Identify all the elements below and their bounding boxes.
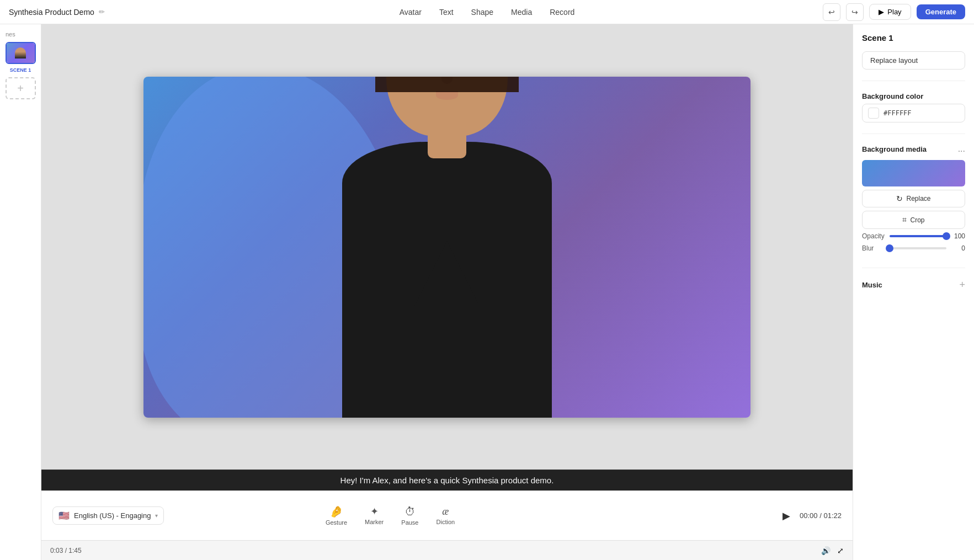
video-canvas[interactable]: [143, 77, 751, 418]
color-value: #FFFFFF: [883, 109, 912, 117]
divider-2: [862, 134, 965, 134]
diction-icon: æ: [442, 506, 449, 516]
pause-icon: ⏱: [404, 506, 416, 517]
replace-media-icon: ↻: [896, 194, 903, 203]
redo-button[interactable]: ↪: [846, 3, 864, 21]
nav-item-shape[interactable]: Shape: [471, 6, 493, 19]
playback-play-button[interactable]: ▶: [778, 507, 795, 525]
add-scene-button[interactable]: +: [6, 77, 36, 99]
music-add-button[interactable]: +: [959, 279, 965, 291]
background-color-section: Background color #FFFFFF: [862, 92, 965, 122]
undo-button[interactable]: ↩: [823, 3, 840, 21]
scene-1-label: SCENE 1: [10, 67, 31, 73]
play-icon: ▶: [879, 8, 884, 16]
blur-label: Blur: [862, 244, 884, 252]
language-selector[interactable]: 🇺🇸 English (US) - Engaging ▾: [52, 506, 164, 525]
opacity-fill: [890, 235, 946, 237]
bottom-controls: 🤌 Gesture ✦ Marker ⏱ Pause æ Diction: [326, 506, 455, 526]
edit-icon[interactable]: ✏: [99, 8, 105, 16]
nav-item-text[interactable]: Text: [439, 6, 454, 19]
scene-title: Scene 1: [862, 33, 965, 42]
add-scene-icon: +: [17, 82, 24, 95]
opacity-value: 100: [952, 232, 965, 240]
language-label: English (US) - Engaging: [74, 511, 151, 520]
divider-1: [862, 81, 965, 81]
time-current: 00:00: [800, 511, 818, 520]
play-label: Play: [887, 8, 901, 16]
topbar: Synthesia Product Demo ✏ Avatar Text Sha…: [0, 0, 974, 24]
topbar-actions: ↩ ↪ ▶ Play Generate: [823, 3, 965, 21]
gesture-icon: 🤌: [329, 506, 343, 517]
crop-media-button[interactable]: ⌗ Crop: [862, 211, 965, 229]
generate-button[interactable]: Generate: [917, 4, 965, 19]
opacity-slider[interactable]: [890, 235, 946, 237]
marker-icon: ✦: [370, 506, 379, 516]
status-right: 🔊 ⤢: [821, 546, 844, 555]
music-section: Music +: [862, 279, 965, 291]
nav-item-record[interactable]: Record: [550, 6, 574, 19]
canvas-area: [41, 24, 853, 470]
avatar-vneck: [414, 241, 480, 307]
background-media-section: Background media ··· ↻ Replace ⌗ Crop Op…: [862, 145, 965, 257]
volume-icon[interactable]: 🔊: [821, 546, 831, 555]
expand-icon[interactable]: ⤢: [837, 546, 844, 555]
music-label: Music: [862, 281, 882, 289]
opacity-thumb[interactable]: [943, 232, 950, 240]
main-layout: nes SCENE 1 +: [0, 24, 974, 560]
scene-1-thumb[interactable]: [6, 42, 36, 64]
marker-button[interactable]: ✦ Marker: [365, 506, 384, 525]
marker-label: Marker: [365, 519, 384, 525]
nav-item-avatar[interactable]: Avatar: [400, 6, 422, 19]
divider-3: [862, 268, 965, 268]
scenes-label: nes: [6, 31, 15, 38]
more-options-icon[interactable]: ···: [958, 146, 965, 156]
control-bar: 🇺🇸 English (US) - Engaging ▾ 🤌 Gesture ✦…: [41, 490, 853, 540]
time-total: 01:22: [823, 511, 842, 520]
pause-button[interactable]: ⏱ Pause: [401, 506, 418, 526]
scenes-panel: nes SCENE 1 +: [0, 24, 41, 560]
app-title-area: Synthesia Product Demo ✏: [9, 8, 105, 17]
replace-media-label: Replace: [906, 195, 930, 202]
diction-label: Diction: [437, 519, 455, 525]
background-color-row[interactable]: #FFFFFF: [862, 104, 965, 122]
opacity-label: Opacity: [862, 232, 884, 240]
replace-layout-button[interactable]: Replace layout: [862, 51, 965, 70]
opacity-row: Opacity 100: [862, 232, 965, 240]
scene-thumb-avatar-shape: [15, 47, 26, 58]
right-panel: Scene 1 Replace layout Background color …: [853, 24, 974, 560]
topbar-nav: Avatar Text Shape Media Record: [400, 6, 575, 19]
play-button[interactable]: ▶ Play: [869, 4, 911, 20]
background-media-thumbnail: [862, 160, 965, 186]
color-swatch: [868, 108, 879, 119]
blur-row: Blur 0: [862, 244, 965, 252]
scene-thumb-preview: [7, 43, 35, 63]
playback-controls: ▶ 00:00 / 01:22: [778, 507, 842, 525]
nav-item-media[interactable]: Media: [511, 6, 532, 19]
pause-label: Pause: [401, 519, 418, 526]
language-chevron-icon: ▾: [155, 513, 158, 519]
video-background: [143, 77, 751, 418]
language-flag: 🇺🇸: [58, 510, 70, 521]
subtitle-text: Hey! I'm Alex, and here's a quick Synthe…: [340, 476, 554, 485]
crop-icon: ⌗: [902, 215, 907, 225]
status-bar: 0:03 / 1:45 🔊 ⤢: [41, 540, 853, 560]
blur-value: 0: [952, 244, 965, 252]
avatar-hair-back: [375, 77, 519, 92]
center-area: Hey! I'm Alex, and here's a quick Synthe…: [41, 24, 853, 560]
replace-media-button[interactable]: ↻ Replace: [862, 190, 965, 207]
status-time: 0:03 / 1:45: [50, 547, 82, 554]
avatar-container: [309, 77, 585, 418]
blur-slider[interactable]: [890, 247, 946, 249]
diction-button[interactable]: æ Diction: [437, 506, 455, 525]
avatar-mouth: [436, 91, 458, 100]
gesture-label: Gesture: [326, 519, 347, 526]
background-color-label: Background color: [862, 92, 965, 100]
time-display: 00:00 / 01:22: [800, 511, 842, 520]
gesture-button[interactable]: 🤌 Gesture: [326, 506, 347, 526]
app-title: Synthesia Product Demo: [9, 8, 94, 17]
subtitle-bar: Hey! I'm Alex, and here's a quick Synthe…: [41, 470, 853, 490]
crop-label: Crop: [910, 216, 924, 224]
background-media-label: Background media: [862, 145, 927, 153]
blur-thumb[interactable]: [886, 244, 893, 252]
background-media-header: Background media ···: [862, 145, 965, 157]
